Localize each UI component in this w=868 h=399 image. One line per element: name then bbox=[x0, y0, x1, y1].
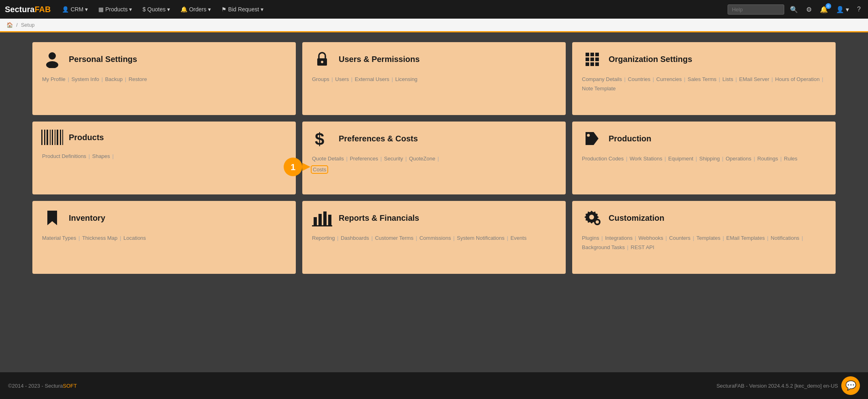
link-material-types[interactable]: Material Types bbox=[42, 235, 76, 241]
link-lists[interactable]: Lists bbox=[722, 76, 733, 82]
flag-icon: ⚑ bbox=[221, 6, 227, 13]
card-production: Production Production Codes | Work Stati… bbox=[572, 122, 836, 194]
link-counters[interactable]: Counters bbox=[669, 235, 691, 241]
link-templates[interactable]: Templates bbox=[696, 235, 720, 241]
gear-icon[interactable]: ⚙ bbox=[804, 4, 814, 15]
products-links: Product Definitions | Shapes | bbox=[42, 151, 286, 161]
card-organization-settings: Organization Settings Company Details | … bbox=[572, 42, 836, 115]
link-users[interactable]: Users bbox=[335, 76, 349, 82]
person-icon: 👤 bbox=[62, 6, 69, 13]
link-rest-api[interactable]: REST API bbox=[631, 244, 654, 250]
footer-right: SecturaFAB - Version 2024.4.5.2 [kec_dem… bbox=[716, 376, 860, 395]
link-quote-details[interactable]: Quote Details bbox=[312, 156, 344, 162]
nav-orders-label: Orders ▾ bbox=[189, 6, 211, 13]
link-sales-terms[interactable]: Sales Terms bbox=[688, 76, 716, 82]
nav-crm[interactable]: 👤 CRM ▾ bbox=[57, 3, 93, 16]
link-routings[interactable]: Routings bbox=[757, 156, 778, 162]
main-content: Personal Settings My Profile | System In… bbox=[0, 32, 868, 372]
user-menu-icon[interactable]: 👤 ▾ bbox=[834, 4, 851, 15]
help-input[interactable] bbox=[728, 4, 784, 15]
link-system-notifications[interactable]: System Notifications bbox=[457, 235, 505, 241]
card-reports-financials: Reports & Financials Reporting | Dashboa… bbox=[302, 201, 566, 274]
link-product-definitions[interactable]: Product Definitions bbox=[42, 153, 86, 159]
card-header-production: Production bbox=[582, 130, 826, 147]
link-licensing[interactable]: Licensing bbox=[395, 76, 418, 82]
nav-orders[interactable]: 🔔 Orders ▾ bbox=[176, 3, 216, 16]
link-rules[interactable]: Rules bbox=[784, 156, 797, 162]
link-events[interactable]: Events bbox=[510, 235, 526, 241]
footer-copyright: ©2014 - 2023 - SecturaSOFT bbox=[8, 383, 77, 389]
svg-point-22 bbox=[596, 220, 599, 224]
link-system-info[interactable]: System Info bbox=[71, 76, 99, 82]
svg-rect-12 bbox=[595, 62, 599, 66]
bell-icon: 🔔 bbox=[180, 6, 187, 13]
link-commissions[interactable]: Commissions bbox=[419, 235, 451, 241]
personal-settings-links: My Profile | System Info | Backup | Rest… bbox=[42, 75, 286, 84]
link-shipping[interactable]: Shipping bbox=[699, 156, 720, 162]
building-card-icon bbox=[582, 50, 602, 68]
card-customization: Customization Plugins | Integrations | W… bbox=[572, 201, 836, 274]
lock-card-icon bbox=[312, 50, 332, 68]
nav-products-label: Products ▾ bbox=[105, 6, 132, 13]
link-preferences[interactable]: Preferences bbox=[350, 156, 378, 162]
nav-quotes-label: Quotes ▾ bbox=[147, 6, 170, 13]
link-costs[interactable]: Costs bbox=[312, 166, 327, 173]
card-header-prefs: $ Preferences & Costs bbox=[312, 130, 556, 147]
link-webhooks[interactable]: Webhooks bbox=[639, 235, 663, 241]
brand-prefix: Sectura bbox=[5, 5, 34, 14]
link-countries[interactable]: Countries bbox=[628, 76, 651, 82]
svg-rect-8 bbox=[590, 58, 594, 61]
search-icon[interactable]: 🔍 bbox=[787, 4, 800, 15]
link-notifications[interactable]: Notifications bbox=[771, 235, 800, 241]
card-header-inventory: Inventory bbox=[42, 209, 286, 227]
nav-quotes[interactable]: $ Quotes ▾ bbox=[138, 3, 175, 16]
help-question-icon[interactable]: ? bbox=[855, 4, 863, 15]
link-background-tasks[interactable]: Background Tasks bbox=[582, 244, 625, 250]
link-security[interactable]: Security bbox=[384, 156, 403, 162]
link-customer-terms[interactable]: Customer Terms bbox=[375, 235, 414, 241]
notification-badge: 0 bbox=[826, 3, 831, 9]
nav-bid-request[interactable]: ⚑ Bid Request ▾ bbox=[216, 3, 268, 16]
svg-rect-11 bbox=[590, 62, 594, 66]
link-backup[interactable]: Backup bbox=[105, 76, 123, 82]
link-dashboards[interactable]: Dashboards bbox=[341, 235, 369, 241]
link-email-server[interactable]: EMail Server bbox=[739, 76, 769, 82]
customization-title: Customization bbox=[609, 213, 664, 223]
svg-point-3 bbox=[321, 61, 323, 63]
link-production-codes[interactable]: Production Codes bbox=[582, 156, 624, 162]
link-company-details[interactable]: Company Details bbox=[582, 76, 622, 82]
svg-rect-5 bbox=[590, 53, 594, 56]
link-shapes[interactable]: Shapes bbox=[92, 153, 110, 159]
link-currencies[interactable]: Currencies bbox=[656, 76, 682, 82]
link-integrations[interactable]: Integrations bbox=[605, 235, 632, 241]
link-reporting[interactable]: Reporting bbox=[312, 235, 335, 241]
nav-menu: 👤 CRM ▾ ▦ Products ▾ $ Quotes ▾ 🔔 Orders… bbox=[57, 3, 727, 16]
link-plugins[interactable]: Plugins bbox=[582, 235, 599, 241]
link-operations[interactable]: Operations bbox=[726, 156, 751, 162]
link-equipment[interactable]: Equipment bbox=[668, 156, 693, 162]
gears-card-icon bbox=[582, 209, 602, 227]
link-work-stations[interactable]: Work Stations bbox=[630, 156, 662, 162]
link-thickness-map[interactable]: Thickness Map bbox=[82, 235, 117, 241]
chat-button[interactable]: 💬 bbox=[841, 376, 860, 395]
link-quotezone[interactable]: QuoteZone bbox=[409, 156, 435, 162]
link-restore[interactable]: Restore bbox=[129, 76, 147, 82]
card-header-org: Organization Settings bbox=[582, 50, 826, 68]
notification-bell[interactable]: 🔔 0 bbox=[817, 4, 830, 15]
inventory-title: Inventory bbox=[69, 213, 105, 223]
link-locations[interactable]: Locations bbox=[123, 235, 146, 241]
link-external-users[interactable]: External Users bbox=[355, 76, 389, 82]
link-groups[interactable]: Groups bbox=[312, 76, 329, 82]
home-icon[interactable]: 🏠 bbox=[6, 22, 13, 28]
reports-financials-title: Reports & Financials bbox=[339, 213, 419, 223]
brand-logo[interactable]: SecturaFAB bbox=[5, 5, 51, 14]
svg-point-20 bbox=[589, 215, 594, 220]
tag-card-icon bbox=[582, 130, 602, 147]
nav-products[interactable]: ▦ Products ▾ bbox=[93, 3, 137, 16]
link-my-profile[interactable]: My Profile bbox=[42, 76, 66, 82]
link-email-templates[interactable]: EMail Templates bbox=[726, 235, 765, 241]
footer-version: SecturaFAB - Version 2024.4.5.2 [kec_dem… bbox=[716, 383, 838, 389]
brand-suffix: FAB bbox=[34, 5, 51, 14]
link-note-template[interactable]: Note Template bbox=[582, 85, 616, 92]
link-hours-of-operation[interactable]: Hours of Operation bbox=[775, 76, 820, 82]
